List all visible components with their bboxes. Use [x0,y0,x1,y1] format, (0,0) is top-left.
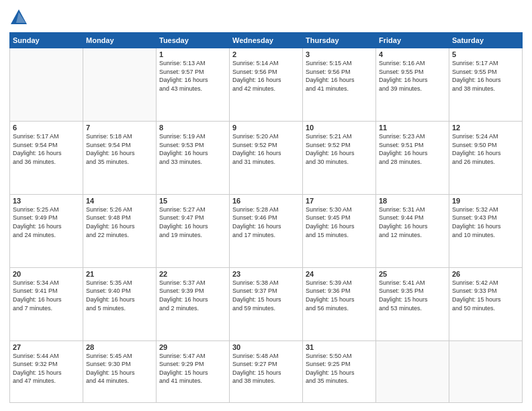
logo [9,8,31,27]
day-number: 26 [452,270,519,278]
day-number: 23 [232,270,300,278]
calendar-cell [10,48,83,122]
day-header-wednesday: Wednesday [230,33,303,48]
day-info: Sunrise: 5:48 AM Sunset: 9:27 PM Dayligh… [232,352,300,385]
day-number: 5 [452,50,519,58]
day-info: Sunrise: 5:21 AM Sunset: 9:52 PM Dayligh… [306,132,373,166]
day-info: Sunrise: 5:30 AM Sunset: 9:45 PM Dayligh… [306,205,373,239]
calendar-cell: 11Sunrise: 5:23 AM Sunset: 9:51 PM Dayli… [376,121,449,194]
day-info: Sunrise: 5:23 AM Sunset: 9:51 PM Dayligh… [379,132,446,166]
day-info: Sunrise: 5:18 AM Sunset: 9:54 PM Dayligh… [86,132,153,166]
day-number: 15 [159,197,226,205]
day-number: 31 [306,343,373,351]
day-header-sunday: Sunday [10,33,83,48]
calendar-cell: 27Sunrise: 5:44 AM Sunset: 9:32 PM Dayli… [10,340,83,402]
calendar-cell: 7Sunrise: 5:18 AM Sunset: 9:54 PM Daylig… [83,121,157,194]
day-number: 29 [159,343,226,351]
day-number: 18 [379,197,446,205]
calendar-cell: 22Sunrise: 5:37 AM Sunset: 9:39 PM Dayli… [157,267,230,340]
day-number: 8 [159,124,226,132]
day-number: 24 [306,270,373,278]
week-row-5: 27Sunrise: 5:44 AM Sunset: 9:32 PM Dayli… [10,340,523,402]
day-number: 3 [306,50,373,58]
calendar-cell: 1Sunrise: 5:13 AM Sunset: 9:57 PM Daylig… [157,48,230,122]
day-info: Sunrise: 5:17 AM Sunset: 9:55 PM Dayligh… [452,59,519,93]
day-info: Sunrise: 5:35 AM Sunset: 9:40 PM Dayligh… [86,279,153,312]
logo-icon [9,8,28,27]
day-number: 12 [452,124,519,132]
day-info: Sunrise: 5:38 AM Sunset: 9:37 PM Dayligh… [232,279,300,312]
calendar-cell: 30Sunrise: 5:48 AM Sunset: 9:27 PM Dayli… [230,340,303,402]
day-info: Sunrise: 5:20 AM Sunset: 9:52 PM Dayligh… [232,132,300,166]
day-info: Sunrise: 5:14 AM Sunset: 9:56 PM Dayligh… [232,59,300,93]
calendar-cell: 10Sunrise: 5:21 AM Sunset: 9:52 PM Dayli… [303,121,376,194]
day-number: 21 [86,270,153,278]
day-number: 14 [86,197,153,205]
calendar-cell: 21Sunrise: 5:35 AM Sunset: 9:40 PM Dayli… [83,267,157,340]
page: SundayMondayTuesdayWednesdayThursdayFrid… [0,0,532,411]
calendar-cell: 19Sunrise: 5:32 AM Sunset: 9:43 PM Dayli… [449,194,523,267]
day-info: Sunrise: 5:25 AM Sunset: 9:49 PM Dayligh… [13,205,80,239]
calendar-cell: 20Sunrise: 5:34 AM Sunset: 9:41 PM Dayli… [10,267,83,340]
calendar-cell: 9Sunrise: 5:20 AM Sunset: 9:52 PM Daylig… [230,121,303,194]
week-row-2: 6Sunrise: 5:17 AM Sunset: 9:54 PM Daylig… [10,121,523,194]
day-number: 22 [159,270,226,278]
calendar-cell: 14Sunrise: 5:26 AM Sunset: 9:48 PM Dayli… [83,194,157,267]
day-info: Sunrise: 5:47 AM Sunset: 9:29 PM Dayligh… [159,352,226,385]
day-number: 17 [306,197,373,205]
day-number: 30 [232,343,300,351]
calendar-cell: 13Sunrise: 5:25 AM Sunset: 9:49 PM Dayli… [10,194,83,267]
day-number: 4 [379,50,446,58]
day-info: Sunrise: 5:41 AM Sunset: 9:35 PM Dayligh… [379,279,446,312]
calendar-cell: 5Sunrise: 5:17 AM Sunset: 9:55 PM Daylig… [449,48,523,122]
week-row-4: 20Sunrise: 5:34 AM Sunset: 9:41 PM Dayli… [10,267,523,340]
day-number: 7 [86,124,153,132]
day-info: Sunrise: 5:45 AM Sunset: 9:30 PM Dayligh… [86,352,153,385]
calendar-cell: 4Sunrise: 5:16 AM Sunset: 9:55 PM Daylig… [376,48,449,122]
calendar-cell: 28Sunrise: 5:45 AM Sunset: 9:30 PM Dayli… [83,340,157,402]
calendar-cell: 31Sunrise: 5:50 AM Sunset: 9:25 PM Dayli… [303,340,376,402]
calendar-cell: 6Sunrise: 5:17 AM Sunset: 9:54 PM Daylig… [10,121,83,194]
calendar-cell: 29Sunrise: 5:47 AM Sunset: 9:29 PM Dayli… [157,340,230,402]
calendar-cell: 16Sunrise: 5:28 AM Sunset: 9:46 PM Dayli… [230,194,303,267]
day-number: 20 [13,270,80,278]
calendar-cell: 3Sunrise: 5:15 AM Sunset: 9:56 PM Daylig… [303,48,376,122]
calendar-cell: 18Sunrise: 5:31 AM Sunset: 9:44 PM Dayli… [376,194,449,267]
day-header-friday: Friday [376,33,449,48]
day-header-tuesday: Tuesday [157,33,230,48]
calendar-cell: 2Sunrise: 5:14 AM Sunset: 9:56 PM Daylig… [230,48,303,122]
header [9,8,523,27]
day-number: 13 [13,197,80,205]
calendar-cell: 23Sunrise: 5:38 AM Sunset: 9:37 PM Dayli… [230,267,303,340]
calendar-cell: 25Sunrise: 5:41 AM Sunset: 9:35 PM Dayli… [376,267,449,340]
day-info: Sunrise: 5:19 AM Sunset: 9:53 PM Dayligh… [159,132,226,166]
day-info: Sunrise: 5:44 AM Sunset: 9:32 PM Dayligh… [13,352,80,385]
week-row-3: 13Sunrise: 5:25 AM Sunset: 9:49 PM Dayli… [10,194,523,267]
day-info: Sunrise: 5:42 AM Sunset: 9:33 PM Dayligh… [452,279,519,312]
day-number: 9 [232,124,300,132]
calendar-cell: 24Sunrise: 5:39 AM Sunset: 9:36 PM Dayli… [303,267,376,340]
day-number: 16 [232,197,300,205]
day-info: Sunrise: 5:37 AM Sunset: 9:39 PM Dayligh… [159,279,226,312]
calendar-cell: 17Sunrise: 5:30 AM Sunset: 9:45 PM Dayli… [303,194,376,267]
day-info: Sunrise: 5:13 AM Sunset: 9:57 PM Dayligh… [159,59,226,93]
day-number: 28 [86,343,153,351]
calendar-cell: 26Sunrise: 5:42 AM Sunset: 9:33 PM Dayli… [449,267,523,340]
day-info: Sunrise: 5:27 AM Sunset: 9:47 PM Dayligh… [159,205,226,239]
day-info: Sunrise: 5:15 AM Sunset: 9:56 PM Dayligh… [306,59,373,93]
calendar-cell [376,340,449,402]
day-info: Sunrise: 5:26 AM Sunset: 9:48 PM Dayligh… [86,205,153,239]
day-info: Sunrise: 5:17 AM Sunset: 9:54 PM Dayligh… [13,132,80,166]
day-header-saturday: Saturday [449,33,523,48]
day-info: Sunrise: 5:32 AM Sunset: 9:43 PM Dayligh… [452,205,519,239]
day-number: 25 [379,270,446,278]
calendar-cell: 15Sunrise: 5:27 AM Sunset: 9:47 PM Dayli… [157,194,230,267]
day-info: Sunrise: 5:24 AM Sunset: 9:50 PM Dayligh… [452,132,519,166]
week-row-1: 1Sunrise: 5:13 AM Sunset: 9:57 PM Daylig… [10,48,523,122]
calendar-cell [449,340,523,402]
day-number: 1 [159,50,226,58]
day-number: 6 [13,124,80,132]
day-header-monday: Monday [83,33,157,48]
day-number: 2 [232,50,300,58]
calendar: SundayMondayTuesdayWednesdayThursdayFrid… [9,32,523,403]
